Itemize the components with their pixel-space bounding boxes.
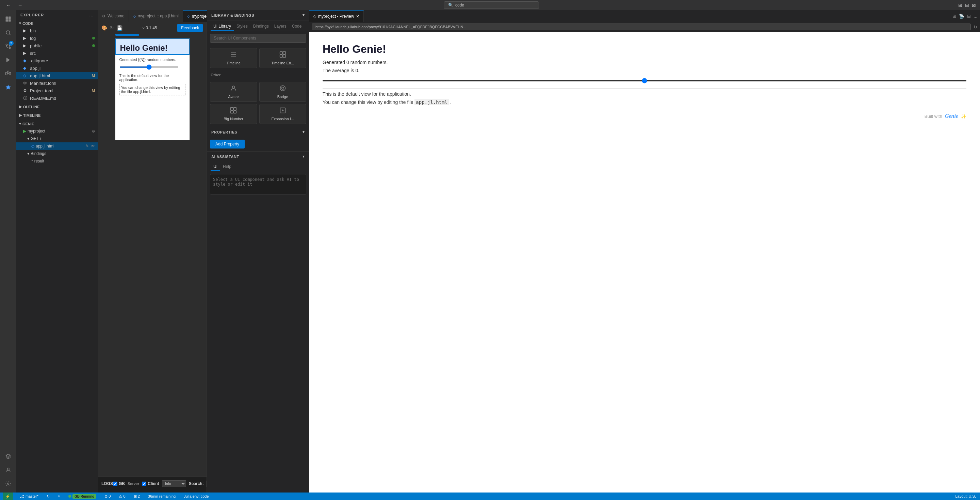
fork-button[interactable]: ⑂	[56, 494, 62, 498]
component-avatar[interactable]: Avatar	[210, 82, 257, 102]
tab-bindings[interactable]: Bindings	[250, 22, 272, 30]
tab-layers[interactable]: Layers	[272, 22, 289, 30]
genie-bindings[interactable]: ▾ Bindings	[16, 150, 98, 157]
sidebar-item-manifest[interactable]: ⚙ Manifest.toml	[16, 79, 98, 87]
running-indicator[interactable]: GB Running	[67, 494, 98, 498]
ports-indicator[interactable]: ⊞ 2	[132, 494, 141, 498]
canvas-area[interactable]: ↑ + □ 🗑 Hello Genie! Generated {{N}} ran…	[98, 34, 207, 476]
sidebar-item-src[interactable]: ▶ src	[16, 50, 98, 57]
ai-tab-help[interactable]: Help	[220, 163, 234, 171]
forward-button[interactable]: →	[16, 2, 24, 8]
activity-settings[interactable]	[2, 478, 14, 490]
activity-search[interactable]	[2, 27, 14, 39]
genie-app-html[interactable]: ◇ app.jl.html ✎ 👁	[16, 142, 98, 150]
component-search-input[interactable]	[210, 34, 306, 43]
code-section-header[interactable]: ▾ CODE	[16, 20, 98, 27]
sidebar-item-public[interactable]: ▶ public	[16, 42, 98, 50]
sidebar-item-log[interactable]: ▶ log	[16, 34, 98, 42]
git-branch[interactable]: ⎇ master*	[18, 494, 40, 498]
client-checkbox[interactable]	[142, 482, 146, 486]
layout-icon[interactable]: ⊟	[967, 14, 971, 19]
sidebar-more[interactable]: ...	[89, 13, 94, 17]
client-check-label[interactable]: Client	[142, 481, 159, 486]
component-big-number[interactable]: Big Number	[210, 104, 257, 124]
remote-button[interactable]: ⚡	[3, 492, 13, 500]
component-timeline-en[interactable]: Timeline En...	[259, 48, 307, 68]
errors-indicator[interactable]: ⊘ 0	[103, 494, 112, 498]
canvas-title[interactable]: Hello Genie!	[115, 38, 189, 55]
tab-preview[interactable]: ◇ myproject - Preview ✕	[309, 10, 364, 22]
refresh-icon[interactable]: ↻	[110, 25, 114, 30]
palette-icon[interactable]: 🎨	[102, 25, 107, 30]
preview-url-input[interactable]	[312, 24, 971, 30]
back-button[interactable]: ←	[4, 2, 13, 8]
canvas-add[interactable]: +	[121, 34, 126, 35]
activity-source-control[interactable]: 5	[2, 40, 14, 53]
add-property-button[interactable]: Add Property	[210, 140, 245, 149]
save-icon[interactable]: 💾	[117, 25, 123, 30]
split-editor-icon[interactable]: ⊞	[953, 14, 956, 19]
sync-button[interactable]: ↻	[45, 494, 51, 498]
genie-section-header[interactable]: ▾ GENIE	[16, 120, 98, 128]
gb-checkbox[interactable]	[113, 482, 118, 486]
preview-close-button[interactable]: ✕	[356, 14, 360, 19]
canvas-frame[interactable]: ↑ + □ 🗑 Hello Genie! Generated {{N}} ran…	[115, 38, 190, 140]
activity-genie[interactable]	[2, 81, 14, 93]
sidebar-item-gitignore[interactable]: ◆ .gitignore	[16, 57, 98, 64]
component-badge[interactable]: Badge	[259, 82, 307, 102]
edit-icon[interactable]: ✎	[86, 144, 89, 149]
canvas-duplicate[interactable]: □	[127, 34, 131, 35]
sidebar-item-bin[interactable]: ▶ bin	[16, 27, 98, 34]
feedback-button[interactable]: Feedback	[177, 24, 203, 32]
canvas-body[interactable]: Generated {{N}} random numbers. This is …	[115, 55, 189, 100]
component-timeline[interactable]: Timeline	[210, 48, 257, 68]
layout-middle-icon[interactable]: ⊟	[965, 2, 969, 8]
julia-env-label[interactable]: Julia env: code	[182, 494, 210, 498]
sidebar-item-app-jl-html[interactable]: ◇ app.jl.html M	[16, 72, 98, 79]
layout-label[interactable]: Layout: U.S.	[954, 494, 977, 498]
search-bar[interactable]: 🔍 code	[444, 2, 539, 9]
ai-assistant-header[interactable]: AI ASSISTANT ▾	[207, 152, 309, 161]
timeline-header[interactable]: ▶ TIMELINE	[16, 112, 98, 119]
ai-collapse[interactable]: ▾	[302, 154, 305, 159]
tab-code[interactable]: Code	[289, 22, 305, 30]
genie-get-route[interactable]: ▾ GET /	[16, 135, 98, 142]
logs-level-select[interactable]: Info Debug Warning Error	[162, 480, 186, 487]
library-collapse[interactable]: ▾	[302, 13, 305, 18]
layout-right-icon[interactable]: ⊠	[972, 2, 976, 8]
ai-tab-ui[interactable]: UI	[211, 163, 220, 171]
more-icon[interactable]: ...	[974, 14, 977, 19]
tab-close-button[interactable]: ✕	[236, 14, 239, 18]
canvas-selected-element[interactable]: ↑ + □ 🗑 Hello Genie!	[115, 38, 189, 55]
ai-textarea[interactable]	[210, 174, 306, 195]
logs-header[interactable]: LOGS GB Server Client Info	[100, 479, 205, 489]
properties-header[interactable]: PROPERTIES ▾	[207, 127, 309, 137]
outline-header[interactable]: ▶ OUTLINE	[16, 103, 98, 110]
gb-check-label[interactable]: GB	[113, 481, 125, 486]
canvas-slider[interactable]	[119, 66, 179, 68]
tab-styles[interactable]: Styles	[234, 22, 250, 30]
sidebar-item-project[interactable]: ⚙ Project.toml M	[16, 87, 98, 94]
preview-refresh-button[interactable]: ↻	[974, 24, 977, 30]
tab-ui-library[interactable]: UI Library	[211, 22, 234, 30]
component-expansion[interactable]: Expansion I...	[259, 104, 307, 124]
genie-myproject[interactable]: ▶ myproject ⊙	[16, 128, 98, 135]
view-icon[interactable]: 👁	[91, 144, 95, 149]
canvas-move-up[interactable]: ↑	[117, 34, 121, 35]
activity-account[interactable]	[2, 464, 14, 476]
activity-explorer[interactable]	[2, 13, 14, 25]
tab-welcome[interactable]: ⚙ Welcome	[98, 10, 129, 22]
genie-result[interactable]: * result	[16, 157, 98, 165]
sidebar-item-app-jl[interactable]: ◆ app.jl	[16, 64, 98, 72]
activity-run[interactable]	[2, 54, 14, 66]
warnings-indicator[interactable]: ⚠ 0	[118, 494, 127, 498]
tab-app-jl-html-1[interactable]: ◇ myproject :: app.jl.html	[129, 10, 183, 22]
activity-remote[interactable]	[2, 450, 14, 463]
layout-left-icon[interactable]: ⊞	[958, 2, 962, 8]
broadcast-icon[interactable]: 📡	[959, 14, 964, 19]
properties-collapse[interactable]: ▾	[302, 130, 305, 134]
sidebar-item-readme[interactable]: ⓘ README.md	[16, 94, 98, 102]
canvas-body2-box[interactable]: You can change this view by editing the …	[119, 84, 185, 95]
activity-extensions[interactable]	[2, 67, 14, 80]
preview-slider[interactable]	[323, 80, 966, 81]
